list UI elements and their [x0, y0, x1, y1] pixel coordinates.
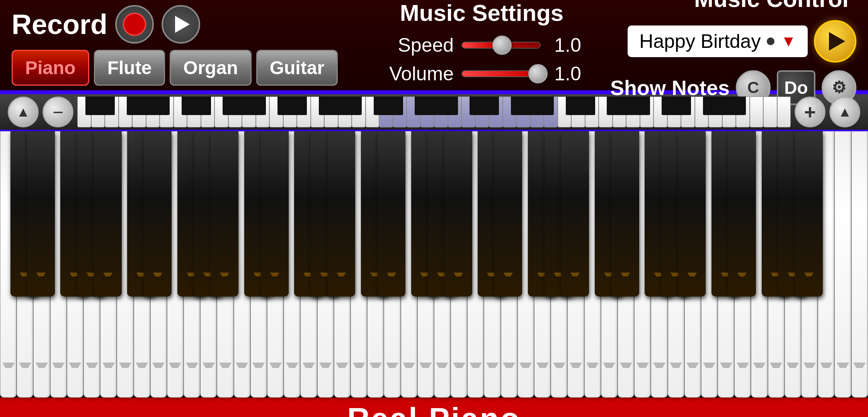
speed-thumb[interactable] [492, 36, 512, 55]
music-settings: Music Settings Speed 1.0 Volume 1.0 [353, 0, 610, 91]
black-key[interactable] [728, 131, 756, 297]
speed-value: 1.0 [548, 34, 587, 56]
play-gold-triangle-icon [829, 32, 845, 51]
speed-slider-row: Speed 1.0 [376, 34, 587, 56]
black-key[interactable] [328, 131, 356, 297]
header: Record Piano Flute Organ Guitar Music Se… [0, 0, 868, 93]
song-select-dropdown[interactable]: Happy Birtday ▼ [628, 25, 808, 57]
record-button[interactable] [115, 5, 154, 44]
bottom-bar: Real Piano [0, 398, 868, 417]
app-title: Real Piano [347, 401, 521, 417]
black-key[interactable] [378, 131, 405, 297]
black-key[interactable] [27, 131, 55, 297]
black-key[interactable] [144, 131, 172, 297]
main-keyboard [0, 131, 868, 398]
music-control-title: Music Control [610, 0, 856, 12]
volume-thumb[interactable] [528, 64, 548, 83]
scroll-up-button[interactable]: ▲ [8, 97, 39, 127]
music-control: Music Control Happy Birtday ▼ Show Notes… [610, 0, 856, 105]
zoom-out-button[interactable]: − [43, 97, 73, 127]
volume-value: 1.0 [548, 63, 587, 85]
volume-fill [462, 71, 531, 76]
flute-button[interactable]: Flute [94, 50, 165, 86]
white-key[interactable] [834, 131, 851, 398]
black-key[interactable] [211, 131, 238, 297]
record-section: Record Piano Flute Organ Guitar [12, 5, 338, 86]
white-key[interactable] [851, 131, 868, 398]
volume-slider[interactable] [461, 70, 541, 77]
mini-keyboard [77, 97, 791, 127]
organ-button[interactable]: Organ [170, 50, 251, 86]
black-key[interactable] [94, 131, 122, 297]
instrument-buttons: Piano Flute Organ Guitar [12, 50, 338, 86]
volume-label: Volume [376, 63, 454, 85]
black-key[interactable] [494, 131, 522, 297]
black-key[interactable] [678, 131, 706, 297]
speed-label: Speed [376, 34, 454, 56]
black-key[interactable] [261, 131, 289, 297]
show-notes-label: Show Notes [610, 76, 730, 100]
guitar-button[interactable]: Guitar [256, 50, 338, 86]
record-dot-icon [123, 13, 146, 36]
zoom-in-button[interactable]: + [795, 97, 825, 127]
play-small-button[interactable] [162, 5, 200, 44]
music-settings-title: Music Settings [400, 0, 563, 26]
speed-slider[interactable] [461, 42, 541, 49]
piano-button[interactable]: Piano [12, 50, 89, 86]
volume-slider-row: Volume 1.0 [376, 63, 587, 85]
black-key[interactable] [795, 131, 823, 297]
dropdown-arrow-icon: ▼ [781, 32, 796, 50]
play-gold-button[interactable] [814, 20, 856, 63]
black-key[interactable] [611, 131, 639, 297]
record-label: Record [12, 8, 107, 40]
play-triangle-icon [175, 16, 190, 33]
black-key[interactable] [561, 131, 589, 297]
scroll-right-button[interactable]: ▲ [829, 97, 860, 127]
piano-nav-bar: ▲ − + ▲ [0, 93, 868, 131]
record-top: Record [12, 5, 338, 44]
speed-fill [462, 42, 495, 48]
music-control-row: Happy Birtday ▼ [610, 20, 856, 63]
song-name: Happy Birtday [639, 30, 761, 53]
black-key[interactable] [444, 131, 472, 297]
song-dot-icon [767, 37, 774, 45]
